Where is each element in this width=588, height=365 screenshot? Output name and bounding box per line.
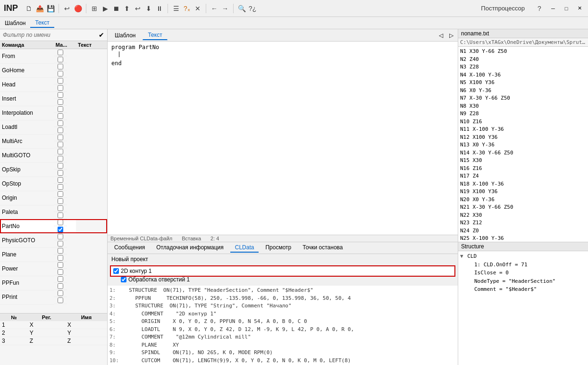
undo2-icon[interactable]: ← [209,3,219,14]
cmd-text-check[interactable] [58,255,63,261]
cmd-text-check[interactable] [58,184,63,190]
cmd-text-cell[interactable] [54,297,67,304]
tab-debug[interactable]: Отладочная информация [151,243,228,253]
tab-preview[interactable]: Просмотр [260,243,296,253]
right-code[interactable]: N1 X30 Y-66 Z50N2 Z40N3 Z28N4 X-100 Y-36… [458,47,588,242]
tab-cldata[interactable]: CLData [230,243,259,253]
table-row[interactable]: Head [0,77,107,92]
tab-shablon[interactable]: Шаблон [109,31,141,40]
tab-text[interactable]: Текст [143,30,167,40]
cmd-text-check[interactable] [58,283,63,289]
cmd-text-check[interactable] [58,142,63,147]
open-file-icon[interactable]: 📤 [34,3,45,14]
cmd-text-cell[interactable] [54,255,67,262]
minimize-button[interactable]: ─ [548,4,558,13]
cmd-text-cell[interactable] [54,283,67,290]
cmd-text-check[interactable] [58,85,63,91]
tab-nav-forward[interactable]: ▷ [446,31,456,40]
cmd-ma-check[interactable] [58,64,63,69]
tab-messages[interactable]: Сообщения [109,243,150,253]
table-row[interactable]: MultiGOTO [0,148,107,162]
cmd-ma-check[interactable] [58,163,63,169]
cmd-text-check[interactable] [58,170,63,176]
play-icon[interactable]: ▶ [100,3,110,14]
cmd-text-check[interactable] [58,71,63,76]
cmd-ma-cell[interactable] [54,49,67,56]
cmd-text-cell[interactable] [54,70,67,77]
cmd-text-cell[interactable] [54,85,67,92]
table-row[interactable]: PartNo [0,219,107,233]
new-file-icon[interactable]: 🗋 [24,3,34,14]
wrap-icon[interactable]: ↩ [133,3,143,14]
cmd-ma-cell[interactable] [54,247,67,255]
cmd-ma-check[interactable] [58,92,63,98]
table-row[interactable]: OpSkip [0,162,107,177]
table-row[interactable]: Loadtl [0,120,107,134]
cmd-text-check[interactable] [58,57,63,62]
cmd-text-check[interactable] [58,269,63,275]
tree-node[interactable]: IsClose = 0 [460,269,586,277]
stop-icon[interactable]: ⏹ [111,3,121,14]
cmd-ma-check[interactable] [58,248,63,254]
table-row[interactable]: From [0,49,107,64]
tree-node[interactable]: 1: CLD.OnOff = 71 [460,261,586,269]
delete-icon[interactable]: ✕ [193,3,203,14]
cmd-ma-check[interactable] [58,205,63,211]
cmd-ma-check[interactable] [58,149,63,154]
cldata-content[interactable]: 1: STRUCTURE ON(71), TYPE "HeaderSection… [108,286,458,365]
cmd-text-cell[interactable] [54,269,67,276]
cmd-text-check[interactable] [58,113,63,119]
redo-icon[interactable]: → [220,3,230,14]
table-row[interactable]: PhysicGOTO [0,233,107,247]
project-item-checkbox[interactable] [113,268,119,274]
cmd-ma-cell[interactable] [54,63,67,70]
table-row[interactable]: Interpolation [0,106,107,120]
cmd-text-cell[interactable] [54,155,67,162]
cmd-text-cell[interactable] [54,56,67,63]
cmd-text-cell[interactable] [54,113,67,120]
tree-toggle-icon[interactable]: ▼ [460,253,466,259]
cmd-ma-check[interactable] [58,120,63,126]
save-file-icon[interactable]: 💾 [45,3,56,14]
table-row[interactable]: GoHome [0,63,107,77]
cmd-text-cell[interactable] [54,240,67,247]
cmd-ma-check[interactable] [58,234,63,239]
cmd-text-cell[interactable] [54,184,67,191]
cmd-text-check[interactable] [58,127,63,133]
tree-node[interactable]: NodeType = "HeaderSection" [460,277,586,286]
cmd-text-check[interactable] [58,297,63,303]
cmd-ma-cell[interactable] [54,162,67,170]
cmd-ma-check[interactable] [58,106,63,112]
project-sub-checkbox[interactable] [121,277,126,282]
table-row[interactable]: OpStop [0,177,107,191]
code-editor[interactable]: program PartNo end [108,42,458,235]
table-row[interactable]: Origin [0,191,107,205]
cmd-text-cell[interactable] [54,212,67,219]
project-item-holes[interactable]: Обработка отверстий 1 [121,275,454,284]
menu-text[interactable]: Текст [30,18,54,28]
cmd-ma-check[interactable] [58,50,63,55]
cmd-ma-cell[interactable] [54,177,67,184]
cmd-ma-cell[interactable] [54,233,67,240]
project-item-2d[interactable]: 2D контур 1 [111,267,454,275]
cmd-text-check[interactable] [58,156,63,161]
cmd-ma-check[interactable] [58,290,63,296]
table-row[interactable]: Power [0,262,107,276]
cmd-ma-cell[interactable] [54,106,67,113]
cmd-text-cell[interactable] [54,99,67,106]
cmd-ma-cell[interactable] [54,262,67,269]
export-icon[interactable]: ⬆ [122,3,132,14]
list-icon[interactable]: ☰ [171,3,181,14]
cmd-ma-check[interactable] [58,220,63,225]
cmd-text-cell[interactable] [54,226,67,233]
cmd-ma-check[interactable] [58,78,63,84]
tab-nav-back[interactable]: ◁ [436,31,445,40]
cmd-ma-cell[interactable] [54,120,67,127]
table-row[interactable]: Insert [0,92,107,106]
pause-icon[interactable]: ⏸ [154,3,165,14]
search-icon[interactable]: 🔍 [236,3,247,14]
undo-icon[interactable]: ↩ [62,3,72,14]
cmd-ma-cell[interactable] [54,134,67,141]
cmd-ma-check[interactable] [58,135,63,140]
tree-node[interactable]: ▼ CLD [460,252,586,261]
